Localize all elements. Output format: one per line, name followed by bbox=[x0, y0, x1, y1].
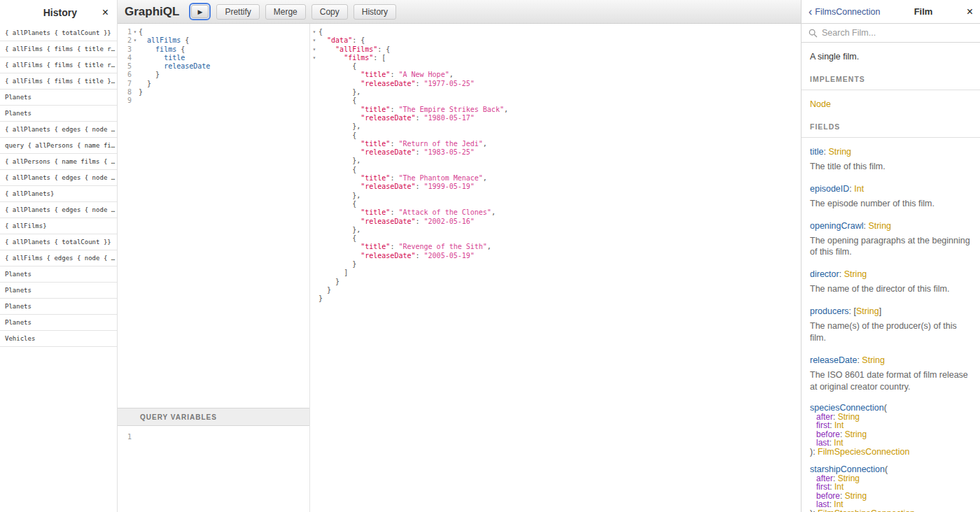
type-link[interactable]: Node bbox=[810, 99, 831, 109]
fold-gutter bbox=[310, 286, 318, 294]
code-line: 3 films { bbox=[118, 45, 309, 54]
field-name-link[interactable]: starshipConnection bbox=[810, 464, 885, 474]
field-description: The name of the director of this film. bbox=[810, 283, 972, 295]
code-text: "releaseDate": "2002-05-16" bbox=[318, 218, 475, 226]
history-button[interactable]: History bbox=[354, 4, 396, 20]
type-link[interactable]: Int bbox=[854, 184, 864, 194]
history-item[interactable]: Planets bbox=[0, 299, 117, 315]
code-token bbox=[318, 269, 344, 276]
history-item[interactable]: Planets bbox=[0, 266, 117, 283]
code-text: "title": "A New Hope", bbox=[318, 71, 454, 79]
history-close-icon[interactable]: × bbox=[102, 7, 108, 18]
field-name-link[interactable]: producers bbox=[810, 306, 849, 316]
code-token bbox=[318, 148, 360, 156]
code-token bbox=[139, 45, 155, 53]
code-line: { bbox=[310, 62, 801, 71]
fold-gutter bbox=[132, 97, 139, 105]
history-item[interactable]: { allPlanets { edges { node … bbox=[0, 170, 117, 186]
doc-close-icon[interactable]: × bbox=[967, 6, 973, 17]
fold-gutter bbox=[310, 88, 318, 97]
fold-arrow-icon[interactable]: ▾ bbox=[310, 36, 318, 45]
code-token: : bbox=[416, 114, 424, 122]
type-link[interactable]: FilmStarshipsConnection bbox=[818, 509, 915, 512]
history-item[interactable]: { allPlanets { totalCount }} bbox=[0, 234, 117, 250]
history-item[interactable]: Planets bbox=[0, 106, 117, 122]
fold-gutter bbox=[310, 131, 318, 140]
history-item[interactable]: { allPersons { name films { … bbox=[0, 154, 117, 170]
code-token: { bbox=[352, 166, 356, 173]
fold-gutter bbox=[310, 183, 318, 191]
field-name-link[interactable]: title bbox=[810, 147, 823, 157]
code-text: } bbox=[318, 278, 340, 286]
code-line: }, bbox=[310, 122, 801, 131]
code-token bbox=[318, 243, 360, 250]
code-text: "releaseDate": "1980-05-17" bbox=[318, 114, 475, 122]
field-name-link[interactable]: releaseDate bbox=[810, 355, 857, 365]
fold-arrow-icon[interactable]: ▾ bbox=[132, 28, 139, 36]
fold-gutter bbox=[310, 122, 318, 131]
field-description: The title of this film. bbox=[810, 161, 972, 173]
code-token bbox=[318, 208, 360, 216]
history-item[interactable]: { allFilms { films { title }… bbox=[0, 73, 117, 90]
code-token: "title" bbox=[360, 243, 390, 250]
code-token: } bbox=[318, 294, 323, 302]
code-line: { bbox=[310, 234, 801, 243]
fold-gutter bbox=[310, 269, 318, 277]
type-link[interactable]: String bbox=[862, 355, 885, 365]
execute-button-focus-ring: ▶ bbox=[189, 3, 211, 20]
code-token bbox=[318, 140, 360, 148]
history-item[interactable]: { allPlanets { totalCount }} bbox=[0, 25, 117, 41]
doc-field: speciesConnection(after: Stringfirst: In… bbox=[810, 404, 972, 457]
type-link[interactable]: String bbox=[845, 491, 867, 501]
code-line: 6 } bbox=[118, 71, 309, 79]
punctuation: ): bbox=[810, 509, 818, 512]
field-name-link[interactable]: openingCrawl bbox=[810, 221, 863, 231]
copy-button[interactable]: Copy bbox=[312, 4, 348, 20]
query-variables-title[interactable]: QUERY VARIABLES bbox=[118, 408, 309, 426]
history-item[interactable]: Planets bbox=[0, 315, 117, 331]
code-text: "releaseDate": "1977-05-25" bbox=[318, 80, 475, 88]
field-name-link[interactable]: director bbox=[810, 269, 839, 279]
history-item[interactable]: { allFilms { edges { node { … bbox=[0, 250, 117, 266]
execute-button[interactable]: ▶ bbox=[191, 5, 209, 18]
punctuation: : bbox=[849, 306, 854, 316]
history-item[interactable]: { allFilms} bbox=[0, 218, 117, 234]
variables-editor[interactable]: 1 bbox=[118, 426, 309, 512]
history-item[interactable]: { allPlanets { edges { node … bbox=[0, 202, 117, 218]
doc-search-input[interactable] bbox=[822, 28, 973, 38]
field-name-link[interactable]: episodeID bbox=[810, 184, 849, 194]
fold-arrow-icon[interactable]: ▾ bbox=[310, 28, 318, 36]
line-number: 4 bbox=[118, 54, 132, 62]
type-link[interactable]: String bbox=[856, 306, 879, 316]
code-token bbox=[318, 286, 327, 294]
fold-arrow-icon[interactable]: ▾ bbox=[310, 45, 318, 54]
history-item[interactable]: Planets bbox=[0, 283, 117, 299]
code-token: "releaseDate" bbox=[360, 80, 415, 87]
fold-gutter bbox=[310, 226, 318, 234]
doc-fields: title: StringThe title of this film.epis… bbox=[810, 146, 972, 512]
type-link[interactable]: String bbox=[844, 269, 867, 279]
prettify-button[interactable]: Prettify bbox=[216, 4, 259, 20]
code-text: } bbox=[139, 88, 143, 97]
doc-back-link[interactable]: ‹ FilmsConnection bbox=[808, 6, 880, 17]
history-item[interactable]: Planets bbox=[0, 90, 117, 106]
history-item[interactable]: Vehicles bbox=[0, 331, 117, 347]
fold-arrow-icon[interactable]: ▾ bbox=[310, 54, 318, 62]
type-link[interactable]: FilmSpeciesConnection bbox=[818, 447, 909, 457]
play-icon: ▶ bbox=[197, 8, 202, 15]
history-item[interactable]: { allFilms { films { title r… bbox=[0, 41, 117, 57]
type-link[interactable]: String bbox=[868, 221, 891, 231]
field-name-link[interactable]: speciesConnection bbox=[810, 403, 884, 413]
history-item[interactable]: { allFilms { films { title r… bbox=[0, 57, 117, 73]
code-token: }, bbox=[352, 192, 360, 199]
code-token bbox=[139, 36, 147, 44]
history-item[interactable]: { allPlanets} bbox=[0, 186, 117, 202]
code-line: { bbox=[310, 166, 801, 174]
fold-arrow-icon[interactable]: ▾ bbox=[132, 36, 139, 45]
query-editor[interactable]: 1▾{2▾ allFilms {3 films {4 title5 releas… bbox=[118, 24, 309, 408]
history-item[interactable]: { allPlanets { edges { node … bbox=[0, 122, 117, 138]
type-link[interactable]: String bbox=[845, 429, 867, 439]
merge-button[interactable]: Merge bbox=[265, 4, 306, 20]
type-link[interactable]: String bbox=[828, 147, 851, 157]
history-item[interactable]: query { allPersons { name fi… bbox=[0, 138, 117, 154]
